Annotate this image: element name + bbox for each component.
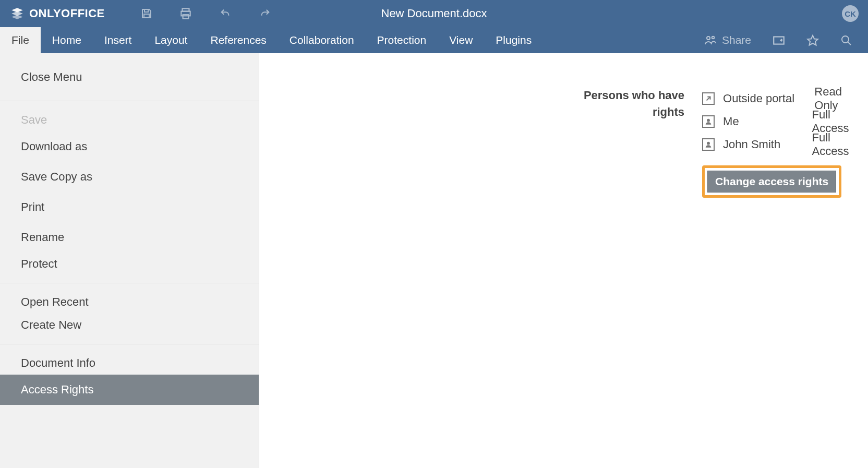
- external-link-icon: [702, 92, 715, 105]
- sidebar-item-rename[interactable]: Rename: [0, 222, 259, 253]
- brand-text: ONLYOFFICE: [29, 7, 105, 20]
- rights-row-me: Me Full Access: [702, 110, 868, 133]
- sidebar-item-save: Save: [0, 101, 259, 131]
- change-access-rights-button[interactable]: Change access rights: [707, 171, 836, 193]
- rights-heading: Persons who have rights: [259, 87, 702, 198]
- print-icon[interactable]: [179, 7, 192, 20]
- tab-file[interactable]: File: [0, 27, 41, 53]
- access-rights-panel: Persons who have rights Outside portal R…: [259, 53, 868, 468]
- sidebar-item-access-rights[interactable]: Access Rights: [0, 375, 259, 405]
- rights-permission: Full Access: [812, 131, 868, 158]
- tab-protection[interactable]: Protection: [366, 27, 438, 53]
- tab-insert[interactable]: Insert: [93, 27, 143, 53]
- sidebar-item-create-new[interactable]: Create New: [0, 314, 259, 344]
- share-people-icon: [704, 34, 717, 46]
- svg-point-7: [707, 37, 710, 40]
- save-icon[interactable]: [140, 7, 153, 20]
- redo-icon[interactable]: [258, 8, 272, 19]
- svg-point-8: [712, 37, 715, 39]
- share-label: Share: [722, 34, 751, 46]
- sidebar-item-print[interactable]: Print: [0, 192, 259, 222]
- rights-list: Outside portal Read Only Me Full Access: [702, 87, 868, 198]
- favorite-icon[interactable]: [806, 34, 819, 46]
- quick-access-toolbar: [120, 7, 272, 20]
- tab-view[interactable]: View: [438, 27, 484, 53]
- rights-person-name: John Smith: [723, 138, 780, 151]
- change-button-highlight: Change access rights: [702, 165, 841, 198]
- file-panel: Close Menu Save Download as Save Copy as…: [0, 53, 868, 468]
- brand: ONLYOFFICE: [0, 7, 120, 20]
- rights-row-john-smith: John Smith Full Access: [702, 133, 868, 156]
- share-button[interactable]: Share: [704, 34, 751, 46]
- sidebar-item-close-menu[interactable]: Close Menu: [0, 53, 259, 101]
- svg-line-12: [848, 42, 851, 45]
- undo-icon[interactable]: [219, 8, 232, 19]
- svg-rect-3: [144, 14, 149, 18]
- open-location-icon[interactable]: [772, 33, 786, 47]
- ribbon-tab-bar: File Home Insert Layout References Colla…: [0, 27, 868, 53]
- svg-point-14: [707, 142, 710, 145]
- svg-marker-2: [11, 15, 23, 19]
- person-icon: [702, 138, 715, 151]
- file-menu-sidebar: Close Menu Save Download as Save Copy as…: [0, 53, 259, 468]
- svg-point-11: [842, 36, 849, 43]
- tab-layout[interactable]: Layout: [143, 27, 199, 53]
- brand-logo-icon: [10, 7, 24, 20]
- rights-person-name: Outside portal: [723, 92, 794, 105]
- rights-person-name: Me: [723, 115, 739, 128]
- svg-point-13: [707, 119, 710, 122]
- tab-home[interactable]: Home: [41, 27, 93, 53]
- user-avatar[interactable]: CK: [842, 5, 859, 22]
- title-bar: ONLYOFFICE New Document.docx CK: [0, 0, 868, 27]
- sidebar-item-open-recent[interactable]: Open Recent: [0, 283, 259, 314]
- person-icon: [702, 115, 715, 128]
- sidebar-item-protect[interactable]: Protect: [0, 253, 259, 283]
- sidebar-item-document-info[interactable]: Document Info: [0, 344, 259, 375]
- tab-collaboration[interactable]: Collaboration: [278, 27, 366, 53]
- sidebar-item-download-as[interactable]: Download as: [0, 131, 259, 162]
- tab-plugins[interactable]: Plugins: [484, 27, 543, 53]
- tab-references[interactable]: References: [199, 27, 278, 53]
- svg-marker-10: [807, 35, 818, 45]
- sidebar-item-save-copy-as[interactable]: Save Copy as: [0, 162, 259, 192]
- search-icon[interactable]: [840, 34, 852, 46]
- tabbar-right-tools: Share: [704, 27, 868, 53]
- rights-row-outside-portal: Outside portal Read Only: [702, 87, 868, 110]
